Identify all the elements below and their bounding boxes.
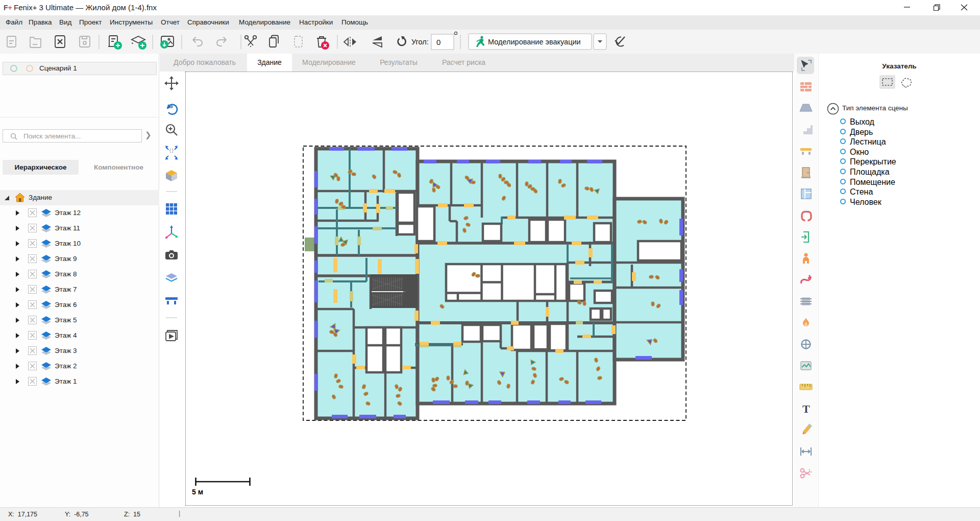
svg-text:T: T: [802, 402, 810, 415]
svg-text:Угол:: Угол:: [411, 38, 429, 46]
svg-text:Моделирование эвакуации: Моделирование эвакуации: [488, 38, 581, 46]
svg-text:0: 0: [436, 38, 440, 46]
